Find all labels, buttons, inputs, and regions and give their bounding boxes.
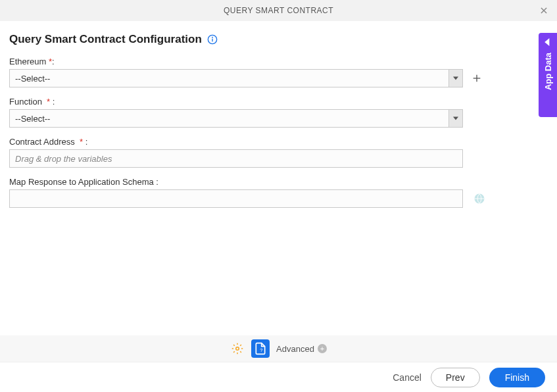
function-field-group: Function * :: [9, 97, 548, 128]
svg-marker-10: [545, 38, 549, 46]
ethereum-select-input[interactable]: [9, 69, 463, 87]
map-response-input[interactable]: [9, 189, 463, 208]
contract-address-input[interactable]: [9, 149, 463, 168]
app-data-tab[interactable]: App Data: [539, 33, 557, 117]
info-icon[interactable]: [207, 34, 218, 45]
advanced-toggle[interactable]: Advanced +: [276, 344, 327, 354]
svg-point-4: [212, 37, 212, 37]
ethereum-label: Ethereum *:: [9, 57, 548, 66]
modal-title: QUERY SMART CONTRACT: [224, 6, 333, 15]
contract-address-label: Contract Address * :: [9, 137, 548, 147]
map-response-label: Map Response to Application Schema :: [9, 177, 548, 187]
chevron-left-icon: [544, 38, 552, 46]
schema-map-icon[interactable]: [473, 193, 485, 205]
close-icon: [539, 6, 548, 15]
function-label: Function * :: [9, 97, 548, 107]
plus-icon: [472, 73, 482, 84]
bottom-toolbar: ? Advanced +: [0, 335, 557, 362]
settings-button[interactable]: [230, 341, 245, 356]
map-response-field-group: Map Response to Application Schema :: [9, 177, 548, 208]
finish-button[interactable]: Finish: [489, 368, 545, 387]
expand-icon: +: [318, 344, 327, 353]
document-icon: ?: [254, 342, 267, 355]
content-area: Query Smart Contract Configuration Ether…: [0, 21, 557, 208]
ethereum-select[interactable]: [9, 69, 463, 87]
svg-point-11: [236, 347, 239, 351]
add-ethereum-button[interactable]: [470, 71, 484, 86]
footer-actions: Cancel Prev Finish: [0, 362, 557, 392]
close-button[interactable]: [537, 4, 550, 17]
function-select[interactable]: [9, 109, 463, 128]
contract-address-field-group: Contract Address * :: [9, 137, 548, 168]
app-data-label: App Data: [543, 53, 553, 90]
function-select-input[interactable]: [9, 109, 463, 128]
prev-button[interactable]: Prev: [431, 368, 480, 387]
ethereum-field-group: Ethereum *:: [9, 57, 548, 87]
cancel-button[interactable]: Cancel: [393, 372, 422, 383]
page-title-row: Query Smart Contract Configuration: [9, 33, 548, 46]
document-button[interactable]: ?: [251, 339, 270, 358]
page-title: Query Smart Contract Configuration: [9, 33, 202, 46]
svg-text:?: ?: [260, 347, 262, 353]
modal-header: QUERY SMART CONTRACT: [0, 0, 557, 21]
gear-icon: [231, 343, 243, 355]
advanced-label: Advanced: [276, 344, 314, 354]
